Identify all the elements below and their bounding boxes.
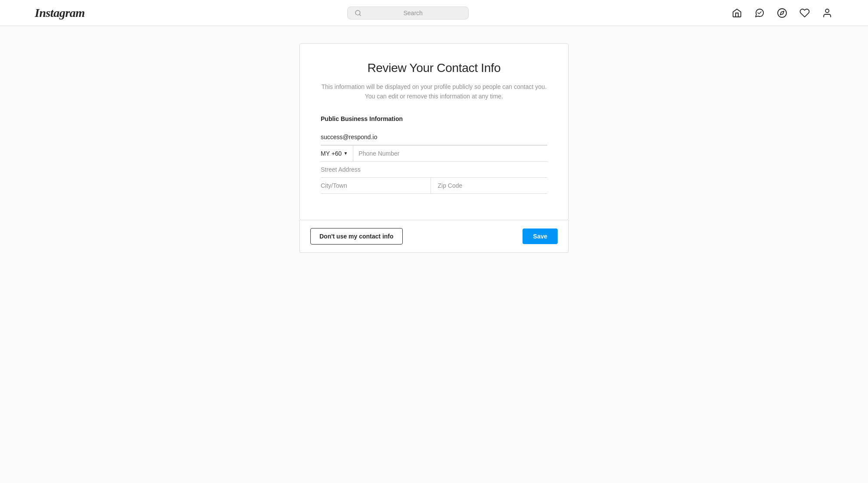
navbar: Instagram	[0, 0, 868, 26]
country-code-selector[interactable]: MY +60 ▼	[321, 146, 353, 161]
svg-marker-3	[780, 11, 784, 14]
search-bar[interactable]	[347, 7, 469, 20]
zip-input[interactable]	[431, 178, 548, 193]
page-subtitle: This information will be displayed on yo…	[321, 82, 547, 101]
email-field-container	[321, 129, 547, 146]
card-container: Review Your Contact Info This informatio…	[299, 43, 569, 466]
phone-row: MY +60 ▼	[321, 146, 547, 162]
save-button[interactable]: Save	[523, 228, 558, 244]
action-bar: Don't use my contact info Save	[299, 220, 569, 253]
svg-line-1	[359, 14, 361, 16]
city-zip-row	[321, 178, 547, 194]
dont-use-contact-button[interactable]: Don't use my contact info	[310, 228, 403, 245]
notifications-icon[interactable]	[799, 7, 811, 19]
chevron-down-icon: ▼	[343, 151, 348, 156]
explore-icon[interactable]	[776, 7, 788, 19]
brand-logo: Instagram	[35, 6, 85, 20]
street-address-input[interactable]	[321, 162, 547, 178]
city-input[interactable]	[321, 178, 431, 193]
profile-avatar[interactable]	[821, 7, 833, 19]
section-title: Public Business Information	[321, 115, 547, 122]
page-title: Review Your Contact Info	[321, 61, 547, 75]
phone-input[interactable]	[358, 146, 547, 161]
review-contact-card: Review Your Contact Info This informatio…	[299, 43, 569, 220]
home-icon[interactable]	[731, 7, 743, 19]
svg-point-2	[778, 9, 786, 17]
email-field[interactable]	[321, 129, 547, 145]
search-input[interactable]	[365, 10, 461, 16]
nav-icons	[731, 7, 833, 19]
main-content: Review Your Contact Info This informatio…	[0, 26, 868, 483]
contact-form: MY +60 ▼	[321, 129, 547, 194]
search-icon	[355, 10, 362, 16]
messenger-icon[interactable]	[753, 7, 766, 19]
svg-point-4	[825, 9, 829, 13]
